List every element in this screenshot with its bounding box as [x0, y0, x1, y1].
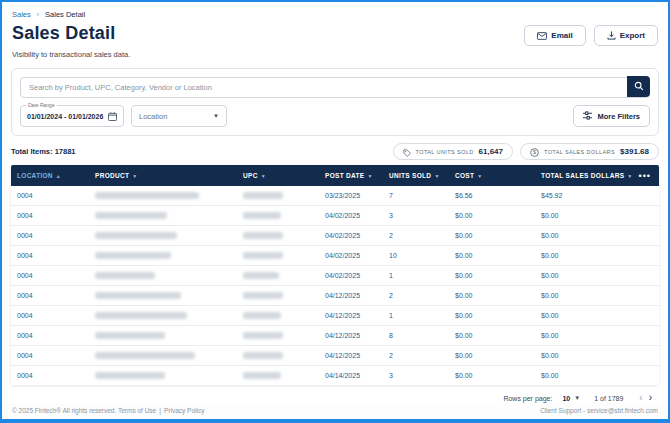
cell-post-date: 04/02/2025 [319, 252, 383, 259]
cell-cost: $0.00 [449, 252, 535, 259]
export-button[interactable]: Export [594, 25, 658, 46]
sort-icon: ▼ [261, 173, 266, 179]
redacted-text [95, 312, 187, 319]
redacted-text [95, 252, 171, 259]
cell-cost: $0.00 [449, 332, 535, 339]
cell-total-sales-dollars: $0.00 [535, 252, 635, 259]
cell-product-redacted [89, 192, 237, 200]
cell-total-sales-dollars: $0.00 [535, 272, 635, 279]
cell-location: 0004 [11, 212, 89, 219]
cell-product-redacted [89, 312, 237, 320]
next-page-button[interactable]: › [647, 393, 654, 403]
cell-location: 0004 [11, 292, 89, 299]
redacted-text [243, 212, 281, 219]
cell-units-sold: 2 [383, 352, 449, 359]
cell-total-sales-dollars: $0.00 [535, 292, 635, 299]
column-header-location[interactable]: LOCATION▲ [11, 172, 89, 179]
terms-of-use-link[interactable]: Terms of Use [118, 407, 156, 414]
table-row[interactable]: 000404/02/20253$0.00$0.00 [11, 206, 659, 226]
rows-per-page-label: Rows per page: [503, 395, 552, 402]
cell-post-date: 04/14/2025 [319, 372, 383, 379]
page-footer: © 2025 Fintech® All rights reserved. Ter… [2, 403, 668, 419]
date-range-value: 01/01/2024 - 01/01/2026 [27, 113, 103, 120]
sort-icon: ▼ [627, 173, 632, 179]
previous-page-button[interactable]: ‹ [637, 393, 644, 403]
breadcrumb-sales-detail: Sales Detail [45, 10, 85, 19]
column-header-product[interactable]: PRODUCT▼ [89, 172, 237, 179]
redacted-text [243, 372, 281, 379]
table-row[interactable]: 000403/23/20257$6.56$45.92 [11, 186, 659, 206]
rows-per-page-select[interactable]: 10 ▼ [562, 395, 580, 402]
sliders-icon [583, 111, 592, 122]
search-input[interactable] [20, 77, 650, 98]
redacted-text [243, 272, 279, 279]
redacted-text [243, 352, 283, 359]
column-header-upc[interactable]: UPC▼ [237, 172, 319, 179]
column-header-cost[interactable]: COST▼ [449, 172, 535, 179]
total-items-value: 17881 [55, 147, 76, 156]
total-sales-dollars-badge: $ TOTAL SALES DOLLARS $391.68 [520, 143, 659, 160]
cell-product-redacted [89, 372, 237, 380]
tag-icon [403, 143, 411, 161]
sales-table: LOCATION▲PRODUCT▼UPC▼POST DATE▼UNITS SOL… [11, 165, 659, 385]
cell-post-date: 04/02/2025 [319, 212, 383, 219]
cell-location: 0004 [11, 232, 89, 239]
redacted-text [243, 232, 283, 239]
cell-product-redacted [89, 232, 237, 240]
table-row[interactable]: 000404/12/20252$0.00$0.00 [11, 286, 659, 306]
table-row[interactable]: 000404/14/20253$0.00$0.00 [11, 366, 659, 385]
redacted-text [243, 292, 283, 299]
table-row[interactable]: 000404/12/20251$0.00$0.00 [11, 306, 659, 326]
privacy-policy-link[interactable]: Privacy Policy [164, 407, 204, 414]
cell-location: 0004 [11, 312, 89, 319]
column-header-total-sales-dollars[interactable]: TOTAL SALES DOLLARS▼ [535, 172, 635, 179]
cell-post-date: 04/02/2025 [319, 272, 383, 279]
page-header: Sales › Sales Detail Sales Detail Email … [2, 2, 668, 64]
cell-location: 0004 [11, 352, 89, 359]
column-header-label: PRODUCT [95, 172, 129, 179]
table-row[interactable]: 000404/02/20252$0.00$0.00 [11, 226, 659, 246]
cell-total-sales-dollars: $0.00 [535, 232, 635, 239]
cell-post-date: 04/12/2025 [319, 352, 383, 359]
date-range-field[interactable]: Date Range 01/01/2024 - 01/01/2026 [20, 105, 124, 127]
cell-upc-redacted [237, 312, 319, 320]
table-row[interactable]: 000404/12/20252$0.00$0.00 [11, 346, 659, 366]
email-button[interactable]: Email [524, 25, 585, 46]
sales-detail-page: { "breadcrumb": { "items": ["Sales", "Sa… [0, 0, 670, 423]
sort-icon: ▼ [132, 173, 137, 179]
export-button-label: Export [620, 31, 645, 40]
cell-cost: $0.00 [449, 272, 535, 279]
total-units-sold-label: TOTAL UNITS SOLD [416, 149, 474, 155]
cell-total-sales-dollars: $45.92 [535, 192, 635, 199]
redacted-text [95, 292, 181, 299]
cell-total-sales-dollars: $0.00 [535, 212, 635, 219]
cell-upc-redacted [237, 232, 319, 240]
sort-ascending-icon: ▲ [56, 173, 61, 179]
redacted-text [243, 312, 281, 319]
cell-cost: $0.00 [449, 372, 535, 379]
summary-bar: Total Items: 17881 TOTAL UNITS SOLD 61,6… [11, 143, 659, 160]
cell-location: 0004 [11, 372, 89, 379]
page-subtitle: Visibility to transactional sales data. [12, 50, 658, 59]
table-body: 000403/23/20257$6.56$45.92000404/02/2025… [11, 186, 659, 385]
column-header-post-date[interactable]: POST DATE▼ [319, 172, 383, 179]
total-sales-dollars-value: $391.68 [620, 147, 649, 156]
location-dropdown[interactable]: Location ▼ [131, 105, 227, 127]
more-filters-button[interactable]: More Filters [573, 105, 650, 127]
table-row[interactable]: 000404/02/20251$0.00$0.00 [11, 266, 659, 286]
search-button[interactable] [627, 76, 650, 97]
breadcrumb-sales[interactable]: Sales [12, 10, 31, 19]
table-row[interactable]: 000404/02/202510$0.00$0.00 [11, 246, 659, 266]
breadcrumb-chevron-icon: › [37, 11, 39, 18]
cell-total-sales-dollars: $0.00 [535, 332, 635, 339]
copyright-text: © 2025 Fintech® All rights reserved. [12, 407, 116, 414]
cell-upc-redacted [237, 332, 319, 340]
email-icon [537, 32, 547, 40]
column-options-button[interactable]: ••• [635, 171, 659, 181]
column-header-units-sold[interactable]: UNITS SOLD▼ [383, 172, 449, 179]
cell-upc-redacted [237, 372, 319, 380]
client-support-text: Client Support - service@sbt.fintech.com [540, 407, 658, 414]
cell-product-redacted [89, 332, 237, 340]
table-row[interactable]: 000404/12/20258$0.00$0.00 [11, 326, 659, 346]
cell-cost: $0.00 [449, 312, 535, 319]
